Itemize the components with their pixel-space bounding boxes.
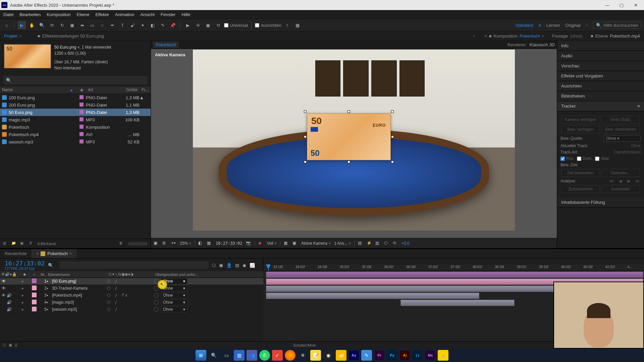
project-item[interactable]: 50 Euro.png PNG-Datei 1,3 MB (0, 109, 151, 116)
warp-stab-button[interactable]: Verkr./Stab. (601, 116, 640, 124)
timeline-timecode[interactable]: 16:27:33:02 (5, 260, 45, 267)
minimize-button[interactable]: — (604, 3, 610, 8)
workspace-learn[interactable]: Lernen (546, 23, 560, 28)
channel-icon[interactable]: ◆ (258, 241, 264, 246)
exposure-value[interactable]: +0,0 (401, 241, 410, 246)
menu-view[interactable]: Ansicht (140, 12, 155, 17)
teams-icon[interactable]: 👥 (247, 350, 257, 361)
bpc-label[interactable]: 8-Bit-Kanal (38, 242, 56, 246)
workspace-standard[interactable]: Standard (516, 23, 533, 28)
timeline-layer-row[interactable]: 🔊 ▸ 5 ▪[swoosh.mp3] ⬡ / Ohne▾ (0, 306, 263, 313)
menu-animation[interactable]: Animation (115, 12, 135, 17)
menu-file[interactable]: Datei (3, 12, 13, 17)
firefox-icon[interactable] (285, 350, 296, 361)
flowchart-icon[interactable]: ⬡ (384, 241, 389, 246)
frame-blend-icon[interactable]: ▤ (235, 263, 239, 268)
lightroom-icon[interactable]: Lr (412, 350, 423, 361)
time-ruler[interactable]: 33:16f34:01f34:16f35:01f35:16f36:01f36:1… (263, 264, 644, 271)
track-camera-button[interactable]: Kamera verfolgen (561, 116, 600, 124)
pickwhip-icon[interactable] (154, 300, 159, 305)
layer-bar-1[interactable] (266, 272, 643, 278)
tab-layer[interactable]: ■Ebene Pokertisch.mp4 (587, 32, 644, 41)
clone-tool-icon[interactable]: ✦ (139, 21, 147, 29)
stabilize-button[interactable]: Bew. stabilisieren (601, 125, 640, 133)
interpret-icon[interactable]: ▥ (3, 241, 8, 246)
layer-bar-4[interactable] (266, 293, 479, 299)
renderer-value[interactable]: Klassisch 3D (530, 42, 555, 47)
menu-composition[interactable]: Komposition (47, 12, 71, 17)
parent-dropdown[interactable]: Ohne▾ (161, 285, 187, 291)
timeline-layer-row[interactable]: 👁🔊 ▸ 3 ▪[Pokertisch.mp4] ⬡ / fx Ohne▾ (0, 292, 263, 299)
fast-preview-icon[interactable]: ⚡ (367, 241, 372, 246)
motion-blur-icon[interactable]: ◉ (243, 263, 246, 268)
col-layername[interactable]: Ebenenname (47, 273, 107, 277)
widgets-icon[interactable]: ▥ (234, 350, 245, 361)
parent-dropdown[interactable]: Ohne▾ (161, 299, 187, 305)
analyze-back-icon[interactable]: ⏮ (608, 179, 614, 183)
analyze-rev-icon[interactable]: ◀ (617, 179, 623, 183)
settings-icon[interactable]: 🎚 (29, 241, 34, 246)
illustrator-icon[interactable]: Ai (399, 350, 410, 361)
res-icon[interactable]: ◧ (198, 241, 204, 246)
parent-dropdown[interactable]: Ohne▾ (161, 292, 187, 298)
reset-exposure-icon[interactable]: ⟲ (393, 241, 398, 246)
pickwhip-icon[interactable] (154, 286, 159, 291)
toggle-brackets-icon[interactable]: {} (15, 343, 17, 347)
workspace-original[interactable]: Original (566, 23, 581, 28)
tab-composition[interactable]: ×■Komposition Pokertisch≡ (480, 32, 548, 41)
col-fr[interactable]: Fr... (140, 86, 150, 94)
home-icon[interactable]: ⌂ (3, 21, 11, 29)
project-item[interactable]: magic.mp3 MP3 100 KB (0, 116, 151, 123)
parent-dropdown[interactable]: Ohne▾ (161, 278, 187, 284)
sort-arrow-icon[interactable]: ▲ (70, 88, 73, 92)
panel-preview[interactable]: Vorschau (557, 61, 644, 71)
parent-dropdown[interactable]: Ohne▾ (161, 306, 187, 312)
selection-tool-icon[interactable]: ▶ (18, 21, 26, 29)
pickwhip-icon[interactable] (154, 307, 159, 312)
app-icon-1[interactable]: ❄ (298, 350, 308, 361)
camera-tool-icon[interactable]: ▣ (68, 21, 76, 29)
orbit-tool-icon[interactable]: ⟳ (48, 21, 56, 29)
timeline-layer-row[interactable]: 👁 ▸ 1 ▪[50 Euro.png] ⬡ / Ohne▾ (0, 278, 263, 285)
project-item[interactable]: 100 Euro.png PNG-Datei 1,3 MB ▲ (0, 94, 151, 101)
panel-libraries[interactable]: Bibliotheken (557, 91, 644, 101)
pickwhip-icon[interactable] (154, 293, 159, 298)
brush-tool-icon[interactable]: 🖌 (128, 21, 137, 29)
taskbar-search-icon[interactable]: 🔍 (208, 350, 219, 361)
options-button[interactable]: Optionen... (601, 169, 640, 177)
ellipse-tool-icon[interactable]: ○ (98, 21, 106, 29)
trash-icon[interactable]: 🗑 (119, 241, 124, 246)
menu-window[interactable]: Fenster (161, 12, 175, 17)
panel-info[interactable]: Info (557, 41, 644, 51)
hand-tool-icon[interactable]: ✋ (28, 21, 36, 29)
tab-render-queue[interactable]: Renderliste (0, 249, 32, 258)
panel-content-fill[interactable]: Inhaltsbasierte Füllung (557, 197, 644, 207)
graph-editor-icon[interactable]: 📈 (250, 263, 255, 268)
snap-ext-icon[interactable]: ⫯ (283, 21, 291, 29)
source-dropdown[interactable]: Ohne ▾ (604, 135, 641, 142)
eraser-tool-icon[interactable]: ◧ (149, 21, 157, 29)
project-search-input[interactable]: 🔍 (3, 76, 147, 84)
puppet-tool-icon[interactable]: 📌 (169, 21, 177, 29)
task-view-icon[interactable]: ▭ (221, 350, 232, 361)
resolution-dropdown[interactable]: Voll ▾ (267, 241, 277, 246)
timeline-layer-row[interactable]: 👁 ▸ 2 ▪3D-Tracker-Kamera ⬡ / Ohne▾ (0, 285, 263, 292)
panel-audio[interactable]: Audio (557, 51, 644, 61)
grid-icon[interactable]: ⊞ (162, 241, 168, 246)
shy-icon[interactable]: 👤 (226, 263, 232, 268)
playhead-icon[interactable] (266, 264, 271, 269)
analyze-fwd-icon[interactable]: ▶ (626, 179, 632, 183)
rect-tool-icon[interactable]: ▭ (88, 21, 96, 29)
media-encoder-icon[interactable]: Me (425, 350, 436, 361)
transparency-icon[interactable]: ▦ (284, 241, 289, 246)
3d-icon[interactable]: ▣ (292, 241, 298, 246)
viewport[interactable]: 50 EURO 50 (193, 50, 515, 231)
maximize-button[interactable]: ▢ (619, 3, 625, 8)
project-item[interactable]: 200 Euro.png PNG-Datei 1,1 MB (0, 101, 151, 109)
photoshop-icon[interactable]: Ps (387, 350, 397, 361)
pan-behind-tool-icon[interactable]: ⬌ (78, 21, 86, 29)
pixel-aspect-icon[interactable]: ▤ (358, 241, 363, 246)
toggle-switches-icon[interactable]: ⬡ (3, 343, 6, 347)
roto-tool-icon[interactable]: ✎ (159, 21, 167, 29)
rotate-tool-icon[interactable]: ↻ (58, 21, 66, 29)
